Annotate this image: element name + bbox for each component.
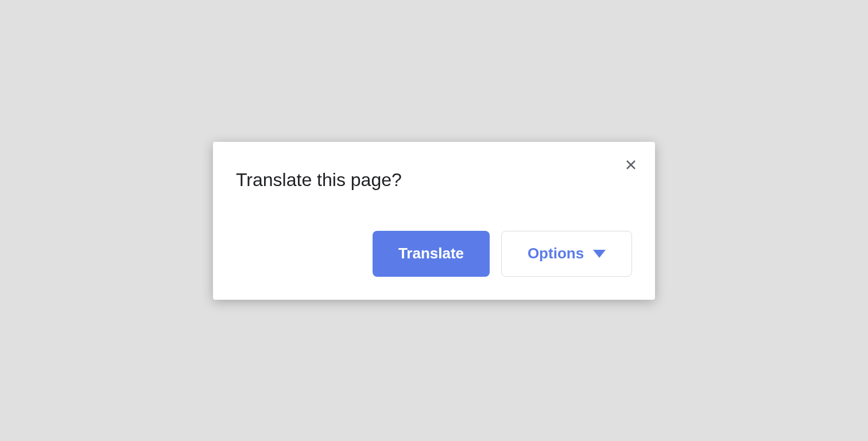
options-button-label: Options (528, 245, 584, 262)
button-row: Translate Options (236, 231, 632, 277)
chevron-down-icon (593, 250, 606, 258)
translate-button-label: Translate (398, 245, 464, 262)
options-button[interactable]: Options (501, 231, 632, 277)
close-icon (624, 158, 638, 173)
translate-dialog: Translate this page? Translate Options (213, 142, 655, 300)
dialog-title: Translate this page? (236, 169, 632, 191)
close-button[interactable] (619, 154, 642, 177)
translate-button[interactable]: Translate (373, 231, 490, 277)
svg-marker-2 (593, 250, 606, 258)
